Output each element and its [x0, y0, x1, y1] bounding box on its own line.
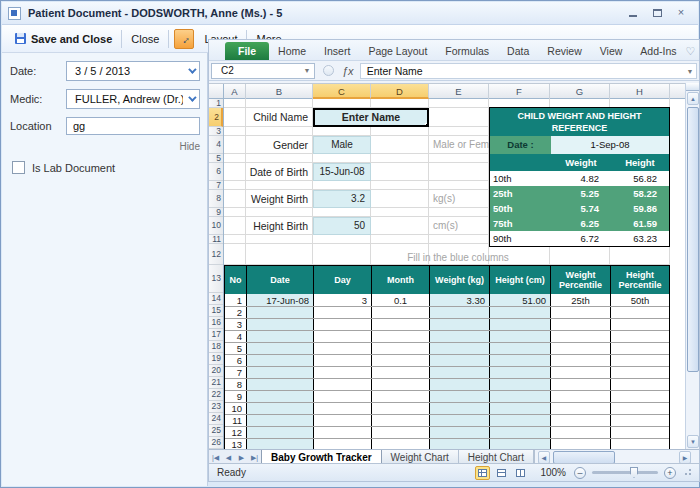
expand-button[interactable]: ↔: [174, 29, 194, 49]
growth-table-row[interactable]: 2: [225, 306, 669, 318]
growth-cell[interactable]: [372, 355, 430, 366]
growth-cell[interactable]: [247, 343, 314, 354]
growth-cell[interactable]: [490, 307, 551, 318]
growth-cell[interactable]: [611, 367, 669, 378]
growth-cell[interactable]: [430, 427, 490, 438]
growth-cell[interactable]: [247, 379, 314, 390]
growth-cell[interactable]: 9: [225, 391, 247, 402]
growth-cell[interactable]: 5: [225, 343, 247, 354]
growth-cell[interactable]: [372, 331, 430, 342]
growth-cell[interactable]: [551, 391, 611, 402]
cell-value-date-of-birth[interactable]: 15-Jun-08: [313, 163, 371, 181]
growth-cell[interactable]: [372, 343, 430, 354]
cell-value-weight-birth[interactable]: 3.2: [313, 190, 371, 208]
growth-cell[interactable]: [430, 319, 490, 330]
growth-cell[interactable]: [247, 427, 314, 438]
cell-value-height-birth[interactable]: 50: [313, 217, 371, 235]
favorites-heart-icon[interactable]: ♡: [686, 45, 696, 58]
growth-cell[interactable]: [611, 427, 669, 438]
growth-cell[interactable]: [314, 439, 372, 449]
reference-date-value[interactable]: 1-Sep-08: [551, 136, 669, 154]
hide-link[interactable]: Hide: [66, 141, 200, 152]
growth-cell[interactable]: [551, 415, 611, 426]
growth-cell[interactable]: [611, 403, 669, 414]
growth-table-row[interactable]: 12: [225, 426, 669, 438]
growth-cell[interactable]: [314, 355, 372, 366]
column-header-B[interactable]: B: [246, 84, 313, 99]
growth-table-row[interactable]: 4: [225, 330, 669, 342]
ribbon-tab-formulas[interactable]: Formulas: [436, 42, 498, 60]
growth-cell[interactable]: [430, 355, 490, 366]
column-header-F[interactable]: F: [489, 84, 550, 99]
growth-cell[interactable]: [314, 379, 372, 390]
growth-cell[interactable]: [551, 355, 611, 366]
ribbon-tab-home[interactable]: Home: [269, 42, 315, 60]
column-header-H[interactable]: H: [610, 84, 670, 99]
growth-cell[interactable]: 51.00: [490, 294, 551, 306]
location-input[interactable]: [66, 117, 200, 135]
growth-table-row[interactable]: 6: [225, 354, 669, 366]
growth-cell[interactable]: [247, 391, 314, 402]
zoom-slider[interactable]: [592, 471, 658, 474]
growth-cell[interactable]: [430, 439, 490, 449]
growth-cell[interactable]: [490, 379, 551, 390]
cell-label-gender[interactable]: Gender: [246, 136, 313, 154]
growth-cell[interactable]: [490, 367, 551, 378]
growth-cell[interactable]: 8: [225, 379, 247, 390]
growth-table-row[interactable]: 13: [225, 438, 669, 449]
growth-cell[interactable]: 13: [225, 439, 247, 449]
fill-handle[interactable]: [425, 123, 429, 127]
growth-cell[interactable]: [551, 307, 611, 318]
ribbon-tab-data[interactable]: Data: [498, 42, 538, 60]
column-header-E[interactable]: E: [429, 84, 489, 99]
cell-label-weight-birth[interactable]: Weight Birth: [246, 190, 313, 208]
growth-cell[interactable]: 25th: [551, 294, 611, 306]
growth-cell[interactable]: [490, 439, 551, 449]
growth-cell[interactable]: [611, 415, 669, 426]
normal-view-button[interactable]: [475, 466, 490, 480]
growth-cell[interactable]: [372, 427, 430, 438]
cell-label-date-of-birth[interactable]: Date of Birth: [246, 163, 313, 181]
growth-cell[interactable]: [430, 379, 490, 390]
name-box-dropdown-icon[interactable]: ▼: [300, 67, 314, 74]
growth-cell[interactable]: [430, 391, 490, 402]
growth-cell[interactable]: 50th: [611, 294, 669, 306]
growth-cell[interactable]: 3.30: [430, 294, 490, 306]
growth-cell[interactable]: [611, 439, 669, 449]
growth-cell[interactable]: 2: [225, 307, 247, 318]
growth-cell[interactable]: [611, 391, 669, 402]
growth-cell[interactable]: [247, 331, 314, 342]
growth-cell[interactable]: [611, 307, 669, 318]
growth-cell[interactable]: [611, 343, 669, 354]
growth-cell[interactable]: [551, 319, 611, 330]
cell-label-child-name[interactable]: Child Name: [246, 108, 313, 127]
growth-cell[interactable]: 11: [225, 415, 247, 426]
zoom-in-icon[interactable]: +: [664, 467, 676, 479]
growth-cell[interactable]: [372, 367, 430, 378]
growth-cell[interactable]: [372, 403, 430, 414]
vertical-scrollbar[interactable]: ▲ ▼: [685, 83, 699, 449]
spreadsheet-grid[interactable]: 1234567891011121314151617181920212223242…: [209, 99, 687, 449]
growth-cell[interactable]: [490, 415, 551, 426]
page-layout-view-button[interactable]: [494, 466, 509, 480]
ribbon-tab-view[interactable]: View: [591, 42, 632, 60]
growth-cell[interactable]: [430, 307, 490, 318]
growth-cell[interactable]: [490, 343, 551, 354]
growth-cell[interactable]: 3: [225, 319, 247, 330]
growth-cell[interactable]: [490, 319, 551, 330]
growth-cell[interactable]: [551, 427, 611, 438]
growth-cell[interactable]: [372, 391, 430, 402]
growth-cell[interactable]: [372, 379, 430, 390]
growth-cell[interactable]: [247, 403, 314, 414]
growth-cell[interactable]: [247, 367, 314, 378]
zoom-slider-thumb[interactable]: [630, 467, 638, 478]
resize-grip[interactable]: [683, 469, 691, 477]
growth-cell[interactable]: 3: [314, 294, 372, 306]
vertical-scroll-thumb[interactable]: [687, 107, 699, 372]
page-break-view-button[interactable]: [513, 466, 528, 480]
medic-dropdown[interactable]: FULLER, Andrew (Dr.): [66, 89, 200, 109]
cell-value-gender[interactable]: Male: [313, 136, 371, 154]
growth-cell[interactable]: [551, 379, 611, 390]
cell-label-height-birth[interactable]: Height Birth: [246, 217, 313, 235]
growth-table-row[interactable]: 3: [225, 318, 669, 330]
